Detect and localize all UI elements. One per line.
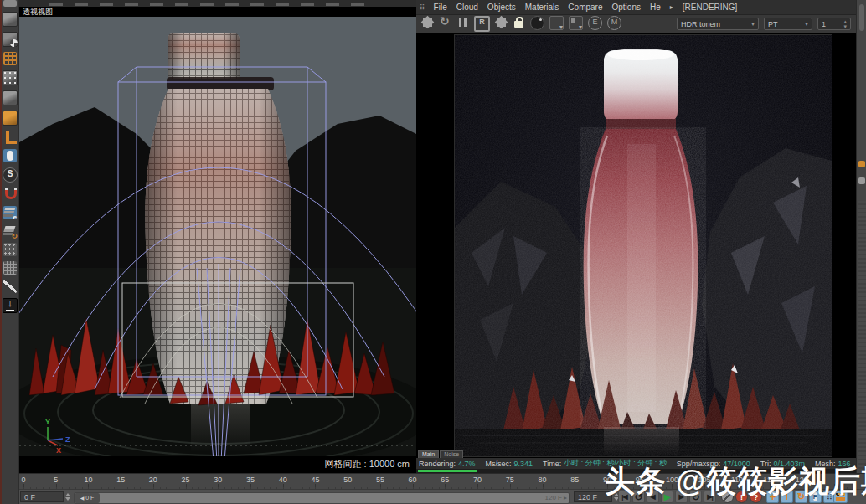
frame-tick-label: 60 <box>409 476 417 484</box>
menu-materials[interactable]: Materials <box>525 3 559 12</box>
menu-he[interactable]: He <box>650 3 661 12</box>
kernel-gear-icon[interactable] <box>421 16 434 28</box>
grid-spacing-bar: 网格间距 : 10000 cm <box>19 456 416 473</box>
strip-gray-icon[interactable] <box>858 177 865 184</box>
texture-mode-icon[interactable] <box>3 32 18 47</box>
frame-tick-label: 55 <box>376 476 384 484</box>
scrollbar-handle[interactable] <box>859 4 864 31</box>
strip-orange-icon[interactable] <box>858 161 865 167</box>
watermark: 头条 @筱筱影视后期 <box>605 461 866 502</box>
frame-tick-label: 5 <box>54 476 58 484</box>
region-render-icon[interactable] <box>474 16 490 32</box>
frame-tick-label: 75 <box>506 476 514 484</box>
menu-file[interactable]: File <box>434 3 447 12</box>
render-image <box>455 35 832 456</box>
dropdown-a-icon[interactable] <box>549 16 564 30</box>
grid-b-icon[interactable] <box>3 261 17 275</box>
frame-tick-label: 0 <box>21 476 25 484</box>
menu-cloud[interactable]: Cloud <box>456 3 478 12</box>
grid-spacing-value: 网格间距 : 10000 cm <box>325 459 410 469</box>
frame-tick-label: 30 <box>214 476 222 484</box>
edges-mode-icon[interactable] <box>3 90 18 105</box>
dropdown-b-icon[interactable] <box>569 16 583 30</box>
left-toolbar <box>2 0 19 504</box>
right-panel-strip <box>856 0 866 473</box>
e-badge-icon[interactable] <box>588 16 602 30</box>
menu-options[interactable]: Options <box>611 3 640 12</box>
brush-icon[interactable] <box>3 280 17 293</box>
refresh-icon[interactable] <box>439 16 451 28</box>
points-mode-icon[interactable] <box>3 70 18 85</box>
rendering-status-badge: [RENDERING] <box>683 3 738 12</box>
chevron-down-icon: ▾ <box>751 20 755 28</box>
render-buffer-tab[interactable]: Noise <box>440 450 463 458</box>
frame-tick-label: 70 <box>473 476 482 484</box>
frame-tick-label: 35 <box>246 476 255 484</box>
viewport-title: 透视视图 <box>23 8 53 16</box>
axis-x-label: X <box>56 446 61 455</box>
render-progress-bar <box>418 470 477 472</box>
material-ball-icon[interactable] <box>530 16 544 30</box>
frame-tick-label: 15 <box>116 476 125 484</box>
menu-overflow-icon[interactable]: ▸ <box>670 3 673 11</box>
polygons-mode-icon[interactable] <box>3 111 18 126</box>
menu-objects[interactable]: Objects <box>487 3 516 12</box>
frame-tick-label: 45 <box>311 476 319 484</box>
settings-sun-icon[interactable] <box>495 16 508 28</box>
snap-icon[interactable] <box>3 167 18 183</box>
frame-tick-label: 10 <box>84 476 92 484</box>
frame-tick-label: 65 <box>441 476 449 484</box>
axis-mode-icon[interactable] <box>3 131 17 144</box>
clipped-main-menubar <box>19 0 416 7</box>
workplane-icon[interactable] <box>3 52 17 65</box>
panel-grip-icon[interactable]: ⠿ <box>420 3 425 12</box>
status-segment: Rendering: 4.7% <box>419 460 476 468</box>
tonemap-dropdown[interactable]: HDR tonem ▾ <box>677 18 759 30</box>
timeline-range-slider[interactable]: 0 F 120 F <box>74 492 570 504</box>
range-slider-handle[interactable]: 0 F <box>75 493 100 503</box>
axis-z-label: Z <box>65 435 70 444</box>
range-slider-end-label: 120 F <box>545 493 567 503</box>
frame-tick-label: 85 <box>570 476 579 484</box>
pause-icon[interactable] <box>456 16 469 28</box>
render-menubar: ⠿ FileCloudObjectsMaterialsCompareOption… <box>416 0 856 15</box>
download-icon[interactable] <box>3 298 18 313</box>
bottle-grain <box>580 127 706 429</box>
frame-tick-label: 50 <box>343 476 352 484</box>
m-badge-icon[interactable] <box>607 16 621 30</box>
strip-texture <box>858 201 866 469</box>
kernel-dropdown[interactable]: PT ▾ <box>764 18 812 30</box>
tweak-mouse-icon[interactable] <box>3 149 17 162</box>
frame-tick-label: 40 <box>279 476 287 484</box>
chevron-down-icon: ▾ <box>805 20 808 28</box>
render-buffer-tab[interactable]: Main <box>418 450 439 458</box>
viewport-canvas[interactable]: Y X Z <box>19 17 416 456</box>
stepper-icon[interactable]: ▴▾ <box>843 19 847 29</box>
frame-tick-label: 25 <box>182 476 190 484</box>
clipped-icon[interactable] <box>3 0 17 7</box>
snap-enable-icon[interactable] <box>3 206 17 219</box>
viewport-scene: Y X Z <box>19 17 416 456</box>
render-buffer-tabs: MainNoise <box>418 450 463 458</box>
current-frame-field[interactable]: 0 F <box>20 491 64 502</box>
current-frame-stepper[interactable] <box>64 491 71 502</box>
application-window: 透视视图 <box>0 0 866 504</box>
magnet-icon[interactable] <box>3 188 17 201</box>
menu-compare[interactable]: Compare <box>568 3 602 12</box>
axis-y-label: Y <box>45 418 50 426</box>
lock-icon[interactable] <box>513 16 525 28</box>
grid-a-icon[interactable] <box>3 243 17 256</box>
rotate-snap-icon[interactable] <box>3 224 17 238</box>
render-view[interactable]: MainNoise <box>416 33 856 458</box>
model-mode-icon[interactable] <box>3 12 18 27</box>
render-toolbar: HDR tonem ▾ PT ▾ 1 ▴▾ <box>416 15 856 33</box>
pass-count-field[interactable]: 1 ▴▾ <box>817 18 851 30</box>
viewport-title-bar[interactable]: 透视视图 <box>19 7 416 17</box>
render-panel: ⠿ FileCloudObjectsMaterialsCompareOption… <box>416 0 856 473</box>
frame-tick-label: 20 <box>149 476 157 484</box>
status-segment: Ms/sec: 9.341 <box>486 460 534 468</box>
frame-tick-label: 80 <box>539 476 547 484</box>
